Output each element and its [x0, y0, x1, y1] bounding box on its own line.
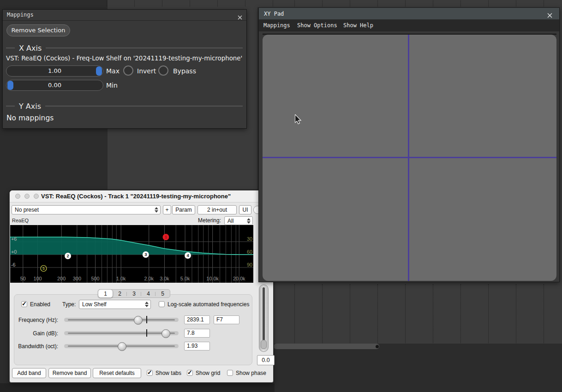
svg-text:4: 4: [186, 253, 189, 258]
band-slider-thumb[interactable]: [161, 329, 170, 338]
add-band-button[interactable]: Add band: [12, 368, 46, 378]
show-tabs-label: Show tabs: [155, 370, 181, 376]
band-row-label: Bandwidth (oct):: [10, 343, 58, 350]
show-grid-checkbox[interactable]: ✓: [187, 370, 193, 376]
xy-pad-area[interactable]: [263, 35, 556, 281]
window-button-zoom[interactable]: [34, 194, 39, 199]
xy-menu-show-help[interactable]: Show Help: [343, 22, 373, 29]
max-slider-handle[interactable]: [96, 66, 102, 76]
pitch-value-box[interactable]: 0.0: [257, 355, 275, 365]
band-note-box[interactable]: F7: [214, 315, 239, 324]
remove-selection-button[interactable]: Remove Selection: [6, 24, 70, 36]
log-scale-checkbox[interactable]: [159, 301, 165, 307]
reaeq-window-title: VST: ReaEQ (Cockos) - Track 1 "20241119-…: [41, 193, 231, 200]
type-label: Type:: [62, 301, 76, 308]
x-axis-mapping-text: VST: ReaEQ (Cockos) - Freq-Low Shelf on …: [6, 55, 246, 62]
svg-text:200: 200: [57, 276, 66, 281]
band-tab-4[interactable]: 4: [141, 290, 155, 297]
preset-combo[interactable]: No preset: [12, 205, 161, 214]
horizontal-scrollbar[interactable]: [274, 344, 379, 349]
xy-titlebar[interactable]: XY Pad: [259, 8, 559, 20]
slider-tick: [146, 329, 147, 337]
band-tabs: 12345: [98, 289, 170, 298]
xy-menu-show-options[interactable]: Show Options: [297, 22, 337, 29]
xy-window-title: XY Pad: [264, 11, 284, 17]
band-slider-track[interactable]: [64, 318, 179, 322]
eq-graph[interactable]: +6+0-6306090501002003005001.0k2.0k3.0k5.…: [10, 225, 253, 283]
reaeq-titlebar[interactable]: VST: ReaEQ (Cockos) - Track 1 "20241119-…: [10, 190, 273, 202]
svg-text:500: 500: [91, 276, 100, 281]
preset-combo-value: No preset: [15, 207, 39, 213]
svg-text:1.0k: 1.0k: [116, 276, 126, 281]
band-value-box[interactable]: 1.93: [184, 342, 210, 350]
show-grid-label: Show grid: [196, 370, 220, 376]
reset-defaults-button[interactable]: Reset defaults: [93, 368, 141, 378]
svg-text:300: 300: [73, 276, 81, 281]
preset-stepper-icon: [155, 207, 159, 213]
svg-text:100: 100: [33, 276, 42, 281]
show-tabs-checkbox[interactable]: ✓: [147, 370, 153, 376]
xy-close-icon[interactable]: [547, 11, 552, 20]
mouse-cursor: [295, 114, 302, 125]
metering-label: Metering:: [198, 217, 221, 224]
bg-top-strip: [108, 0, 562, 7]
invert-radio[interactable]: [123, 65, 133, 76]
preset-add-button[interactable]: +: [163, 205, 171, 214]
param-button[interactable]: Param: [172, 205, 195, 214]
band-slider-track[interactable]: [64, 331, 179, 335]
mappings-close-icon[interactable]: [238, 13, 242, 22]
band-tab-5[interactable]: 5: [155, 290, 170, 297]
remove-band-button[interactable]: Remove band: [48, 368, 91, 378]
svg-text:1: 1: [165, 235, 167, 239]
max-slider[interactable]: 1.00: [6, 65, 103, 77]
svg-text:5: 5: [42, 266, 45, 271]
x-axis-label: X Axis: [19, 44, 42, 53]
svg-text:50: 50: [20, 276, 26, 281]
show-phase-checkbox[interactable]: [227, 370, 233, 376]
band-value-box[interactable]: 7.8: [184, 329, 210, 338]
band-slider-thumb[interactable]: [118, 342, 126, 351]
type-combo-value: Low Shelf: [82, 301, 107, 308]
svg-text:60: 60: [247, 249, 252, 255]
y-axis-header: Y Axis: [6, 102, 243, 110]
mappings-window: Mappings Remove Selection X Axis VST: Re…: [2, 9, 247, 129]
mappings-window-title: Mappings: [7, 12, 34, 18]
band-value-box[interactable]: 2839.1: [184, 315, 210, 324]
pitch-slider-thumb[interactable]: [261, 340, 267, 349]
bypass-radio[interactable]: [158, 65, 168, 76]
band-row-label: Gain (dB):: [10, 330, 58, 337]
max-slider-value: 1.00: [48, 67, 61, 74]
band-tab-2[interactable]: 2: [113, 290, 127, 297]
xy-menu-mappings[interactable]: Mappings: [263, 22, 290, 29]
slider-tick: [146, 316, 147, 323]
crosshair-horizontal: [263, 157, 556, 158]
window-button-close[interactable]: [15, 194, 20, 199]
metering-combo[interactable]: All: [224, 216, 253, 225]
ui-button[interactable]: UI: [239, 205, 251, 214]
band-tab-1[interactable]: 1: [98, 289, 113, 298]
band-row-label: Frequency (Hz):: [10, 317, 58, 323]
svg-text:+0: +0: [11, 249, 17, 255]
xy-menubar: MappingsShow OptionsShow Help: [259, 20, 559, 31]
check-icon: ✓: [22, 300, 27, 307]
band-slider-thumb[interactable]: [134, 316, 143, 325]
xy-pad-window: XY Pad MappingsShow OptionsShow Help: [258, 7, 560, 282]
svg-text:2.0k: 2.0k: [144, 276, 154, 281]
x-axis-header: X Axis: [6, 44, 243, 52]
metering-combo-value: All: [227, 218, 233, 224]
enabled-checkbox[interactable]: ✓: [21, 301, 27, 307]
svg-text:3: 3: [144, 252, 147, 257]
type-combo[interactable]: Low Shelf: [79, 300, 151, 309]
window-button-minimize[interactable]: [24, 194, 30, 199]
mappings-titlebar[interactable]: Mappings: [3, 10, 246, 21]
plugin-name-label: ReaEQ: [12, 218, 29, 223]
svg-text:20.0k: 20.0k: [233, 276, 245, 281]
svg-text:2: 2: [66, 253, 69, 258]
band-tab-3[interactable]: 3: [127, 290, 141, 297]
band-slider-track[interactable]: [64, 344, 179, 348]
io-button[interactable]: 2 in+out: [197, 205, 237, 214]
metering-stepper-icon: [247, 218, 251, 224]
min-slider[interactable]: 0.00: [6, 80, 103, 91]
min-slider-handle[interactable]: [7, 81, 13, 90]
desktop: VST: ReaEQ (Cockos) - Track 1 "20241119-…: [0, 0, 562, 392]
